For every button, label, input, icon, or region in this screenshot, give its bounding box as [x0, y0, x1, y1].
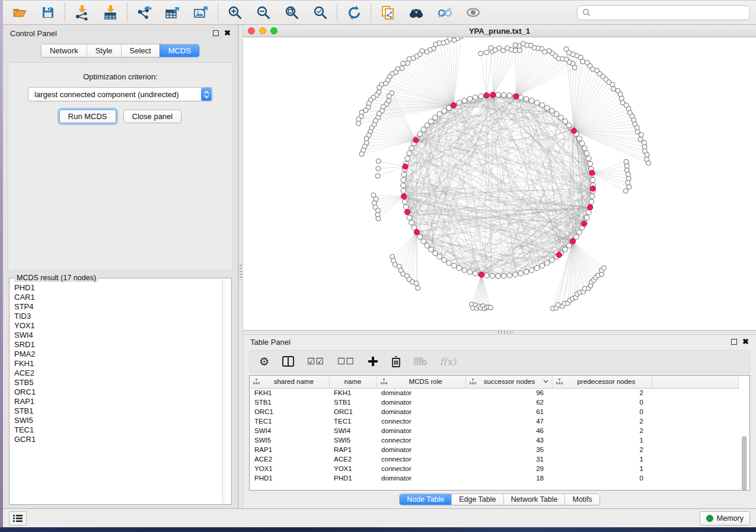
list-item[interactable]: SWI4: [14, 331, 230, 340]
vertical-splitter[interactable]: [238, 25, 243, 508]
dominator-node[interactable]: [589, 170, 595, 175]
network-node[interactable]: [577, 230, 582, 235]
tab-mcds[interactable]: MCDS: [160, 44, 199, 57]
list-item[interactable]: SRD1: [14, 340, 230, 350]
network-node[interactable]: [496, 92, 501, 98]
network-node[interactable]: [567, 243, 572, 248]
cell-mcds_role[interactable]: connector: [377, 416, 465, 426]
deselect-all-rows-icon[interactable]: ☐☐: [337, 356, 355, 367]
network-node[interactable]: [545, 105, 550, 111]
list-item[interactable]: STP4: [14, 302, 230, 312]
network-node[interactable]: [457, 265, 462, 271]
dominator-node[interactable]: [490, 92, 496, 98]
cell-shared_name[interactable]: TEC1: [250, 416, 329, 426]
table-row[interactable]: ACE2ACE2connector311: [250, 454, 739, 464]
tab-select[interactable]: Select: [121, 44, 160, 57]
network-node[interactable]: [589, 199, 594, 204]
list-item[interactable]: FKH1: [14, 359, 230, 368]
network-node[interactable]: [590, 178, 595, 183]
cell-name[interactable]: PHD1: [329, 473, 377, 483]
leaf-node[interactable]: [615, 88, 620, 93]
cell-shared_name[interactable]: FKH1: [250, 388, 329, 398]
dominator-node[interactable]: [479, 272, 484, 277]
cell-shared_name[interactable]: STB1: [250, 398, 329, 407]
cell-predecessor_nodes[interactable]: 1: [552, 464, 652, 473]
cell-predecessor_nodes[interactable]: 2: [552, 388, 652, 398]
leaf-node[interactable]: [375, 174, 380, 178]
network-node[interactable]: [584, 150, 589, 156]
zoom-out-icon[interactable]: [255, 4, 272, 21]
horizontal-splitter[interactable]: [243, 331, 756, 335]
leaf-node[interactable]: [376, 159, 381, 164]
column-header-name[interactable]: name: [329, 376, 377, 388]
cell-successor_nodes[interactable]: 46: [465, 426, 552, 435]
network-node[interactable]: [417, 132, 423, 137]
cell-mcds_role[interactable]: dominator: [377, 426, 465, 435]
cell-mcds_role[interactable]: connector: [377, 435, 465, 445]
cell-predecessor_nodes[interactable]: 0: [552, 398, 652, 407]
dominator-node[interactable]: [581, 221, 586, 226]
network-node[interactable]: [588, 161, 593, 166]
table-row[interactable]: PHD1PHD1dominator180: [250, 473, 739, 483]
leaf-node[interactable]: [433, 42, 438, 47]
leaf-node[interactable]: [624, 159, 629, 164]
cell-shared_name[interactable]: ORC1: [250, 407, 329, 416]
leaf-node[interactable]: [513, 43, 518, 47]
leaf-node[interactable]: [623, 188, 628, 193]
dominator-node[interactable]: [590, 186, 595, 191]
network-node[interactable]: [437, 254, 442, 259]
list-item[interactable]: GCR1: [14, 435, 230, 444]
leaf-node[interactable]: [414, 281, 419, 286]
close-panel-icon[interactable]: ✖: [224, 30, 231, 36]
cell-mcds_role[interactable]: connector: [377, 454, 465, 464]
network-window-titlebar[interactable]: YPA_prune.txt_1: [243, 25, 756, 37]
leaf-node[interactable]: [547, 49, 551, 53]
cell-successor_nodes[interactable]: 35: [465, 445, 552, 454]
network-node[interactable]: [409, 220, 414, 226]
network-node[interactable]: [401, 183, 406, 188]
list-item[interactable]: STB1: [14, 406, 230, 416]
network-node[interactable]: [401, 172, 407, 177]
leaf-node[interactable]: [611, 86, 616, 91]
cell-successor_nodes[interactable]: 18: [465, 473, 552, 483]
leaf-node[interactable]: [400, 66, 404, 70]
list-item[interactable]: SWI5: [14, 416, 230, 425]
list-item[interactable]: CAR1: [14, 293, 230, 302]
network-node[interactable]: [462, 98, 467, 104]
new-network-from-selection-icon[interactable]: [379, 4, 396, 21]
leaf-node[interactable]: [401, 61, 406, 66]
cell-name[interactable]: ACE2: [329, 454, 377, 464]
network-node[interactable]: [534, 100, 540, 105]
network-node[interactable]: [407, 150, 412, 156]
cell-mcds_role[interactable]: dominator: [377, 473, 465, 483]
search-box[interactable]: [577, 5, 750, 20]
leaf-node[interactable]: [479, 51, 483, 56]
cell-successor_nodes[interactable]: 29: [465, 464, 552, 473]
network-node[interactable]: [421, 239, 426, 244]
leaf-node[interactable]: [384, 81, 388, 86]
table-row[interactable]: FKH1FKH1dominator962: [250, 388, 739, 398]
cell-predecessor_nodes[interactable]: 2: [552, 416, 652, 426]
show-task-history-button[interactable]: [9, 511, 27, 525]
table-scrollbar-thumb[interactable]: [742, 436, 747, 491]
cell-mcds_role[interactable]: connector: [377, 464, 465, 473]
dominator-node[interactable]: [413, 137, 419, 143]
leaf-node[interactable]: [484, 50, 489, 55]
network-node[interactable]: [550, 108, 555, 114]
cell-name[interactable]: YOX1: [329, 464, 377, 473]
cell-successor_nodes[interactable]: 96: [465, 388, 552, 398]
cell-name[interactable]: RAP1: [329, 445, 377, 454]
dominator-node[interactable]: [588, 204, 593, 210]
network-node[interactable]: [467, 270, 473, 275]
dominator-node[interactable]: [401, 194, 407, 199]
network-node[interactable]: [582, 146, 588, 151]
list-item[interactable]: PHD1: [14, 283, 230, 293]
leaf-node[interactable]: [405, 61, 410, 66]
search-input[interactable]: [594, 8, 745, 17]
leaf-node[interactable]: [626, 180, 630, 185]
leaf-node[interactable]: [585, 60, 589, 65]
network-node[interactable]: [567, 123, 572, 128]
cell-predecessor_nodes[interactable]: 1: [552, 454, 652, 464]
zoom-fit-icon[interactable]: [283, 4, 300, 21]
cell-name[interactable]: FKH1: [329, 388, 377, 398]
